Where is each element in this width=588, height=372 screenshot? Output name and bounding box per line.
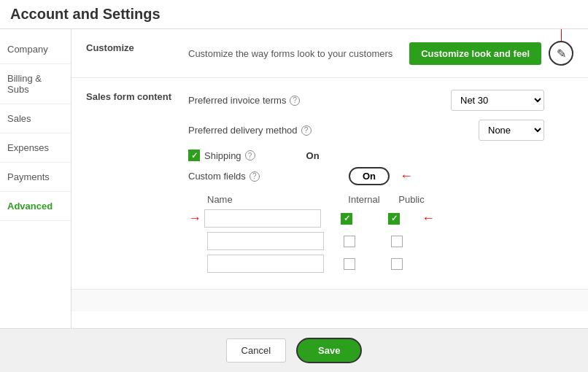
custom-fields-table: Name Internal Public → [188,194,573,273]
shipping-row: Shipping ? On [188,150,573,161]
content-area: Customize Customize the way forms look t… [71,29,588,328]
edit-icon-button[interactable]: ✎ ↓ [549,41,573,66]
customize-label: Customize [86,41,188,53]
cf-row1-public-cell [372,213,416,225]
custom-fields-label: Custom fields ? [188,171,349,182]
cancel-button[interactable]: Cancel [226,338,286,363]
cf-row1-internal-checkbox[interactable] [341,213,352,225]
sidebar-item-billing[interactable]: Billing & Subs [0,64,71,104]
cf-row3-public-checkbox[interactable] [391,258,403,270]
sidebar-item-expenses[interactable]: Expenses [0,133,71,163]
cf-row3-internal-cell [324,258,375,270]
cf-row-2 [207,232,573,250]
custom-fields-row: Custom fields ? On ← [188,167,573,185]
shipping-on-text: On [306,150,320,161]
page-title: Account and Settings [0,0,588,29]
cf-name-header: Name [207,194,339,205]
customize-description: Customize the way forms look to your cus… [188,48,409,59]
sidebar: Company Billing & Subs Sales Expenses Pa… [0,29,71,328]
customize-look-feel-button[interactable]: Customize look and feel [409,42,541,65]
invoice-terms-row: Preferred invoice terms ? Net 30 Net 15 … [188,90,573,111]
cf-row3-internal-checkbox[interactable] [344,258,355,270]
cf-internal-header: Internal [339,194,390,205]
customize-btn-area: Customize look and feel ✎ ↓ [409,41,573,66]
customize-section: Customize Customize the way forms look t… [71,29,588,78]
spacer [71,290,588,311]
sales-form-label: Sales form content [86,90,188,102]
shipping-checkbox[interactable] [188,150,200,161]
cf-row1-name-input[interactable] [204,209,321,228]
cf-row1-internal-cell [321,213,372,225]
cf-row2-name-input[interactable] [207,232,324,250]
cf-row1-public-checkbox[interactable] [388,213,400,225]
custom-fields-section: Custom fields ? On ← Name Internal [188,167,573,273]
shipping-label: Shipping [204,150,241,161]
footer-bar: Cancel Save [0,328,588,372]
custom-fields-toggle[interactable]: On [349,167,390,185]
cf-row2-public-cell [375,236,419,247]
custom-fields-help-icon[interactable]: ? [249,171,260,182]
custom-fields-arrow: ← [400,168,413,184]
cf-row3-name-input[interactable] [207,255,324,273]
cf-header-row: Name Internal Public [207,194,573,205]
cf-row2-internal-checkbox[interactable] [344,236,355,247]
delivery-method-select[interactable]: None Email Print [479,120,544,141]
sales-form-section: Sales form content Preferred invoice ter… [71,78,588,290]
cf-row1-right-arrow: ← [422,211,435,226]
delivery-method-label: Preferred delivery method ? [188,125,349,136]
invoice-terms-help-icon[interactable]: ? [290,96,300,106]
delivery-method-row: Preferred delivery method ? None Email P… [188,120,573,141]
sales-form-content: Preferred invoice terms ? Net 30 Net 15 … [188,90,573,277]
cf-row1-arrow: → [188,211,201,226]
cf-row2-internal-cell [324,236,375,247]
sidebar-item-advanced[interactable]: Advanced [0,192,71,221]
delivery-method-help-icon[interactable]: ? [301,125,312,136]
edit-icon: ✎ [557,47,566,61]
cf-public-header: Public [390,194,433,205]
cf-row2-public-checkbox[interactable] [391,236,403,247]
cf-row-3 [207,255,573,273]
shipping-help-icon[interactable]: ? [245,150,255,160]
sidebar-item-sales[interactable]: Sales [0,104,71,133]
customize-content: Customize the way forms look to your cus… [188,41,573,66]
cf-row-1: → ← [188,209,573,228]
invoice-terms-select[interactable]: Net 30 Net 15 Due on Receipt [451,90,544,111]
invoice-terms-label: Preferred invoice terms ? [188,95,349,106]
sidebar-item-company[interactable]: Company [0,35,71,64]
cf-row3-public-cell [375,258,419,270]
sidebar-item-payments[interactable]: Payments [0,163,71,192]
save-button[interactable]: Save [296,338,362,363]
